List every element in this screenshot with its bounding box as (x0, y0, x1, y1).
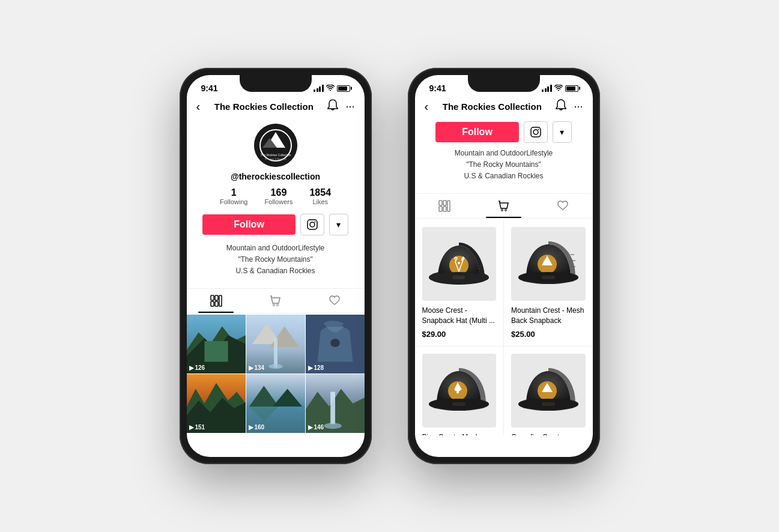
video-thumb-6[interactable]: ▶ 146 (306, 374, 365, 433)
tab-bar-1 (187, 288, 365, 313)
svg-point-8 (314, 222, 315, 223)
svg-point-24 (268, 364, 283, 369)
product-card-1[interactable]: Moose Crest - Snapback Hat (Multi ... $2… (415, 220, 504, 346)
bell-icon-2[interactable] (556, 99, 566, 114)
tab-shop-2[interactable] (474, 194, 533, 218)
back-button-2[interactable]: ‹ (425, 100, 429, 113)
play-count-1: ▶ 126 (189, 364, 205, 371)
svg-rect-62 (542, 276, 555, 279)
tab-shop-1[interactable] (246, 289, 305, 313)
svg-rect-42 (439, 201, 442, 205)
phone-1: 9:41 (180, 68, 372, 464)
more-icon-1[interactable]: ··· (345, 100, 354, 113)
svg-rect-12 (215, 301, 218, 306)
tab-videos-1[interactable] (187, 289, 246, 313)
follow-button-2[interactable]: Follow (435, 122, 519, 142)
notch (240, 75, 312, 92)
svg-rect-43 (443, 201, 446, 205)
product-name-4: Campfire Crest - Snapback Hat (Multi ... (511, 432, 586, 435)
product-img-3 (422, 354, 497, 428)
product-name-1: Moose Crest - Snapback Hat (Multi ... (422, 306, 497, 326)
svg-point-41 (538, 129, 539, 130)
product-price-2: $25.00 (511, 330, 586, 339)
svg-rect-39 (531, 127, 541, 137)
profile-section-1: The Rockies Collection Souvenir & Boutiq… (187, 119, 365, 288)
avatar-1: The Rockies Collection Souvenir & Boutiq… (254, 124, 297, 167)
product-name-2: Mountain Crest - Mesh Back Snapback (511, 306, 586, 326)
svg-rect-13 (219, 295, 222, 306)
svg-point-40 (533, 130, 538, 135)
svg-rect-46 (447, 201, 450, 211)
stat-likes: 1854 Likes (309, 187, 331, 205)
bio-2: Mountain and OutdoorLifestyle"The Rocky … (415, 148, 593, 187)
battery-icon-2 (565, 85, 578, 92)
status-icons-1 (314, 85, 350, 92)
tab-liked-2[interactable] (533, 194, 593, 218)
svg-rect-69 (452, 402, 465, 406)
svg-point-48 (505, 209, 506, 211)
stat-following-number: 1 (231, 187, 237, 198)
more-dropdown-1[interactable]: ▾ (329, 214, 348, 235)
svg-rect-44 (439, 207, 442, 211)
instagram-button-1[interactable] (300, 214, 324, 235)
more-dropdown-2[interactable]: ▾ (553, 121, 572, 143)
play-count-5: ▶ 160 (249, 424, 265, 431)
video-thumb-1[interactable]: ▶ 126 (187, 315, 246, 373)
stat-followers: 169 Followers (264, 187, 293, 205)
tab-liked-1[interactable] (305, 289, 365, 313)
play-count-4: ▶ 151 (189, 424, 205, 431)
nav-bar-2: ‹ The Rockies Collection ··· (415, 97, 593, 119)
svg-text:Souvenir & Boutique: Souvenir & Boutique (264, 157, 286, 160)
stat-likes-number: 1854 (309, 187, 331, 198)
notch-2 (468, 75, 540, 92)
action-row-1: Follow ▾ (196, 214, 355, 235)
product-card-2[interactable]: Mountain Crest - Mesh Back Snapback $25.… (504, 220, 593, 346)
status-icons-2 (542, 85, 578, 92)
tab-videos-2[interactable] (415, 194, 474, 218)
video-thumb-5[interactable]: ▶ 160 (246, 374, 305, 433)
product-img-2 (511, 227, 586, 301)
product-grid-2: Moose Crest - Snapback Hat (Multi ... $2… (415, 220, 593, 435)
tab-bar-2 (415, 193, 593, 219)
battery-icon-1 (337, 85, 350, 92)
svg-rect-67 (456, 391, 459, 393)
stat-following: 1 Following (220, 187, 247, 205)
svg-point-47 (501, 209, 503, 211)
svg-point-51 (458, 262, 460, 264)
back-button-1[interactable]: ‹ (196, 100, 201, 113)
page-title-2: The Rockies Collection (443, 101, 542, 112)
video-thumb-4[interactable]: ▶ 151 (187, 374, 246, 433)
nav-actions-1: ··· (327, 99, 354, 114)
more-icon-2[interactable]: ··· (574, 100, 583, 113)
bell-icon-1[interactable] (327, 99, 338, 114)
bio-1: Mountain and OutdoorLifestyle "The Rocky… (226, 243, 324, 277)
svg-point-15 (276, 304, 278, 306)
svg-rect-74 (542, 402, 555, 406)
svg-rect-19 (204, 341, 228, 361)
signal-icon-1 (314, 85, 324, 92)
username-1: @therockiescollection (231, 172, 320, 181)
svg-point-26 (330, 339, 340, 347)
phone-2: 9:41 (408, 68, 600, 464)
video-thumb-2[interactable]: ▶ 134 (246, 315, 305, 373)
phone-1-screen: 9:41 (187, 75, 365, 457)
stat-followers-number: 169 (271, 187, 287, 198)
product-img-4 (511, 354, 586, 428)
action-row-2: Follow ▾ (415, 119, 593, 148)
follow-button-1[interactable]: Follow (202, 214, 296, 235)
svg-rect-45 (443, 207, 446, 211)
instagram-button-2[interactable] (524, 121, 548, 143)
product-card-4[interactable]: Campfire Crest - Snapback Hat (Multi ... (504, 346, 593, 435)
product-card-3[interactable]: Pine Crest - Mesh Back Snapback (415, 346, 504, 435)
play-count-3: ▶ 128 (308, 364, 324, 371)
svg-rect-37 (330, 391, 335, 424)
video-thumb-3[interactable]: ▶ 128 (306, 315, 365, 373)
scene: 9:41 (0, 44, 779, 488)
phone-2-screen: 9:41 (415, 75, 593, 457)
status-time-1: 9:41 (201, 83, 218, 93)
video-grid-1: ▶ 126 (187, 315, 365, 433)
play-count-6: ▶ 146 (308, 424, 324, 431)
svg-rect-6 (308, 220, 317, 229)
play-count-2: ▶ 134 (249, 364, 265, 371)
status-time-2: 9:41 (429, 83, 446, 93)
